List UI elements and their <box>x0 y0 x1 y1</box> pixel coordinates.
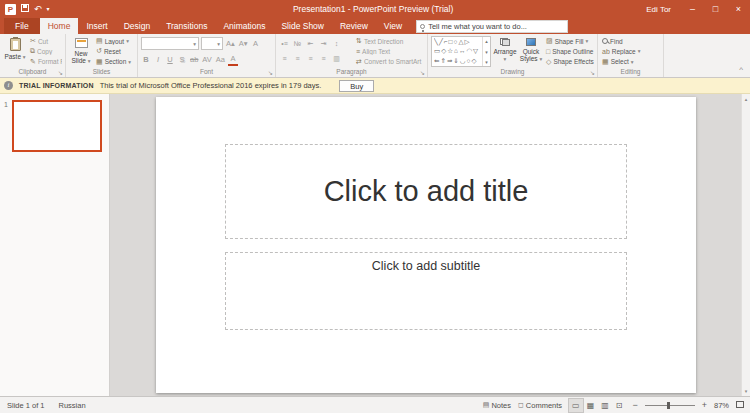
tab-file[interactable]: File <box>4 18 40 34</box>
find-button[interactable]: Find <box>601 38 660 45</box>
close-button[interactable]: × <box>727 0 750 18</box>
columns-button[interactable]: ▥ <box>331 55 342 63</box>
notes-toggle[interactable]: ▤ Notes <box>483 401 511 410</box>
tab-home[interactable]: Home <box>40 18 79 34</box>
shape-row[interactable]: ▭◇☆⌂↔◠▽ <box>434 47 480 55</box>
paste-label: Paste <box>4 53 21 60</box>
tell-me-box[interactable] <box>416 20 568 33</box>
replace-button[interactable]: ab Replace ▾ <box>601 48 660 55</box>
align-right-button[interactable]: ≡ <box>305 55 316 63</box>
line-spacing-button[interactable]: ↕ <box>331 40 342 48</box>
align-left-button[interactable]: ≡ <box>279 55 290 63</box>
subtitle-placeholder[interactable]: Click to add subtitle <box>225 252 627 330</box>
font-name-combobox[interactable]: ▾ <box>141 37 199 50</box>
layout-button[interactable]: ▤ Layout ▾ <box>95 37 134 45</box>
fit-slide-button[interactable] <box>736 401 744 410</box>
bold-button[interactable]: B <box>141 54 151 66</box>
title-placeholder[interactable]: Click to add title <box>225 144 627 239</box>
clipboard-dialog-launcher-icon[interactable]: ↘ <box>58 69 63 76</box>
scroll-down-icon[interactable]: ▾ <box>745 388 748 394</box>
tab-design[interactable]: Design <box>116 18 158 34</box>
buy-button[interactable]: Buy <box>339 80 374 92</box>
shapes-more-icon[interactable]: ▾ <box>485 59 488 65</box>
increase-indent-button[interactable]: ⇥ <box>318 40 329 48</box>
undo-button[interactable]: ↶ <box>34 4 42 14</box>
shrink-font-button[interactable]: A▾ <box>238 38 249 50</box>
zoom-out-button[interactable]: − <box>632 400 637 410</box>
convert-smartart-button[interactable]: ⇄ Convert to SmartArt <box>355 58 422 66</box>
shapes-scroll-up-icon[interactable]: ▴ <box>485 38 488 44</box>
normal-view-button[interactable]: ▭ <box>569 399 583 412</box>
change-case-button[interactable]: Aa <box>215 54 226 66</box>
grow-font-button[interactable]: A▴ <box>225 38 236 50</box>
quick-styles-button[interactable]: Quick Styles ▾ <box>519 36 543 67</box>
font-size-combobox[interactable]: ▾ <box>201 37 223 50</box>
arrange-button[interactable]: Arrange ▾ <box>493 36 517 67</box>
justify-button[interactable]: ≡ <box>318 55 329 63</box>
cut-button[interactable]: ✂ Cut <box>29 37 62 45</box>
format-painter-button[interactable]: ✎ Format Painter <box>29 58 62 66</box>
maximize-button[interactable]: □ <box>704 0 727 18</box>
clear-formatting-button[interactable]: A <box>251 38 261 50</box>
dropdown-icon: ▾ <box>193 41 196 47</box>
collapse-ribbon-button[interactable]: ^ <box>739 65 743 74</box>
trial-info-message: This trial of Microsoft Office Professio… <box>100 81 322 90</box>
tab-review[interactable]: Review <box>332 18 376 34</box>
tell-me-input[interactable] <box>428 22 564 31</box>
slide-thumbnail[interactable] <box>12 100 102 152</box>
italic-button[interactable]: I <box>153 54 163 66</box>
strikethrough-button[interactable]: ab <box>189 54 199 66</box>
decrease-indent-button[interactable]: ⇤ <box>305 40 316 48</box>
language-indicator[interactable]: Russian <box>59 401 86 410</box>
font-dialog-launcher-icon[interactable]: ↘ <box>268 69 273 76</box>
tab-animations[interactable]: Animations <box>215 18 273 34</box>
slide[interactable]: Click to add title Click to add subtitle <box>156 97 696 393</box>
vertical-scrollbar[interactable]: ▴ ▾ <box>741 94 750 396</box>
minimize-button[interactable]: – <box>681 0 704 18</box>
tab-transitions[interactable]: Transitions <box>158 18 215 34</box>
shape-effects-button[interactable]: ◇ Shape Effects ▾ <box>545 58 594 66</box>
slideshow-view-button[interactable]: ⊡ <box>613 399 626 412</box>
align-text-button[interactable]: ≡ Align Text <box>355 48 422 55</box>
zoom-slider[interactable] <box>645 401 695 410</box>
comments-toggle[interactable]: ◻ Comments <box>518 401 562 410</box>
paragraph-dialog-launcher-icon[interactable]: ↘ <box>420 69 425 76</box>
drawing-group-label: Drawing <box>431 67 594 77</box>
save-icon <box>21 4 29 12</box>
shapes-scroll-down-icon[interactable]: ▾ <box>485 49 488 55</box>
new-slide-button[interactable]: New Slide ▾ <box>69 36 93 67</box>
numbering-button[interactable]: № <box>292 40 303 48</box>
zoom-percentage[interactable]: 87% <box>714 401 729 410</box>
select-button[interactable]: ▦ Select ▾ <box>601 58 660 66</box>
customize-qat-button[interactable]: ▾ <box>47 4 50 14</box>
underline-button[interactable]: U <box>165 54 175 66</box>
text-shadow-button[interactable]: S <box>177 54 187 66</box>
shapes-gallery[interactable]: ╲╱⌐□○△▷ ▭◇☆⌂↔◠▽ ⇐⇑⇒⇓◡○◇ ▴ ▾ ▾ <box>431 36 491 67</box>
text-direction-button[interactable]: ⇅ Text Direction <box>355 37 422 45</box>
reading-view-button[interactable]: ▥ <box>598 399 612 412</box>
font-color-button[interactable]: A <box>228 54 238 66</box>
shape-row[interactable]: ⇐⇑⇒⇓◡○◇ <box>434 57 480 65</box>
slide-sorter-view-button[interactable]: ▦ <box>584 399 598 412</box>
scroll-up-icon[interactable]: ▴ <box>745 96 748 102</box>
drawing-dialog-launcher-icon[interactable]: ↘ <box>590 69 595 76</box>
shape-row[interactable]: ╲╱⌐□○△▷ <box>434 38 480 46</box>
character-spacing-button[interactable]: AV <box>201 54 212 66</box>
paste-button[interactable]: Paste ▾ <box>3 36 27 67</box>
align-center-button[interactable]: ≡ <box>292 55 303 63</box>
user-name[interactable]: Edi Tor <box>646 5 671 14</box>
shape-fill-button[interactable]: ▨ Shape Fill ▾ <box>545 37 594 45</box>
zoom-in-button[interactable]: + <box>702 400 707 410</box>
statusbar: Slide 1 of 1 Russian ▤ Notes ◻ Comments … <box>0 396 750 413</box>
section-button[interactable]: ▦ Section ▾ <box>95 58 134 66</box>
shape-outline-button[interactable]: □ Shape Outline ▾ <box>545 48 594 55</box>
ribbon-group-paragraph: •≡ № ⇤ ⇥ ↕ ≡ ≡ ≡ ≡ ▥ <box>276 34 428 77</box>
zoom-slider-thumb[interactable] <box>667 402 670 409</box>
tab-slide-show[interactable]: Slide Show <box>273 18 332 34</box>
bullets-button[interactable]: •≡ <box>279 40 290 48</box>
copy-button[interactable]: ⧉ Copy <box>29 47 62 55</box>
reset-button[interactable]: ↺ Reset <box>95 47 134 55</box>
save-button[interactable] <box>21 4 29 14</box>
tab-insert[interactable]: Insert <box>78 18 115 34</box>
tab-view[interactable]: View <box>376 18 410 34</box>
